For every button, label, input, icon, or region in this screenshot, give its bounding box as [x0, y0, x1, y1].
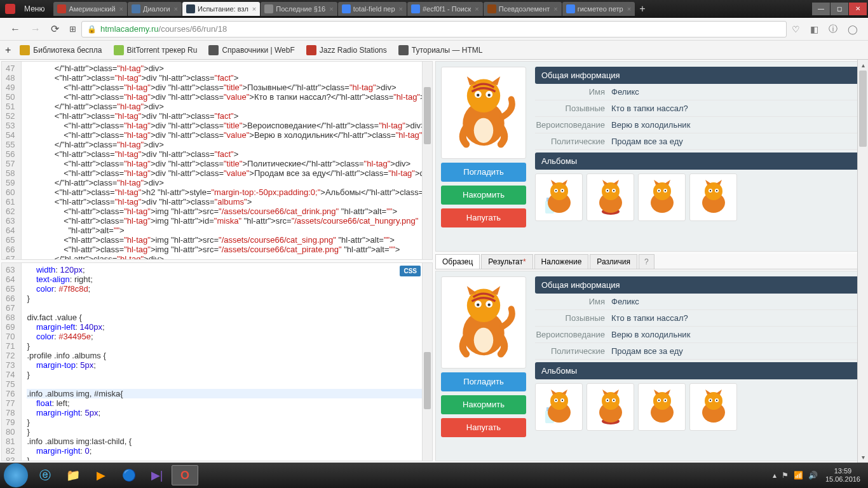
taskbar-opera-icon[interactable]: O — [172, 465, 198, 485]
scare-button[interactable]: Напугать — [441, 418, 526, 437]
tab-close-icon[interactable]: × — [116, 5, 123, 13]
bookmark-item[interactable]: Справочники | WebF — [208, 45, 294, 55]
maximize-button[interactable]: ◻ — [831, 3, 848, 15]
tray-up-icon[interactable]: ▴ — [773, 471, 776, 480]
account-icon[interactable]: ◯ — [843, 24, 863, 34]
clock[interactable]: 13:59 15.06.2016 — [825, 467, 860, 484]
css-scrollbar[interactable] — [422, 263, 432, 461]
result-preview: Погладить Накормить Напугать Общая инфор… — [435, 61, 867, 252]
browser-tab[interactable]: Испытание: взл× — [182, 2, 260, 16]
browser-tab[interactable]: Последние §16× — [261, 2, 337, 16]
browser-tab[interactable]: Псевдоэлемент× — [484, 2, 562, 16]
svg-point-47 — [550, 392, 568, 410]
extension-icon[interactable]: ◧ — [805, 24, 824, 34]
fact-row: ПозывныеКто в тапки нассал? — [535, 100, 861, 117]
tab-close-icon[interactable]: × — [170, 5, 178, 13]
back-button[interactable]: ← — [5, 24, 25, 35]
tab-result[interactable]: Результат* — [481, 254, 532, 269]
tab-close-icon[interactable]: × — [471, 5, 478, 13]
url-path: /courses/66/run/18 — [159, 24, 227, 34]
tab-close-icon[interactable]: × — [248, 5, 256, 13]
browser-tab[interactable]: гисметео петр× — [562, 2, 635, 16]
tab-sample[interactable]: Образец — [435, 254, 480, 269]
clock-time: 13:59 — [825, 467, 860, 475]
album-item[interactable] — [638, 383, 686, 431]
tab-close-icon[interactable]: × — [325, 5, 333, 13]
html-scrollbar[interactable] — [422, 62, 432, 259]
favorite-button[interactable]: ♡ — [787, 24, 805, 34]
html-editor[interactable]: 4748495051525354555657585960616263646566… — [1, 61, 433, 260]
tab-diff[interactable]: Различия — [590, 254, 637, 269]
url-domain: htmlacademy.ru — [100, 24, 159, 34]
reload-button[interactable]: ⟳ — [46, 23, 64, 35]
album-item[interactable] — [587, 383, 634, 431]
page-scrollbar[interactable]: ▴ ▾ — [857, 60, 868, 463]
opera-icon[interactable] — [5, 4, 15, 14]
scare-button[interactable]: Напугать — [441, 208, 526, 227]
bookmark-item[interactable]: Jazz Radio Stations — [306, 45, 387, 55]
tray-network-icon[interactable]: 📶 — [794, 471, 803, 480]
taskbar-ie-icon[interactable]: ⓔ — [32, 465, 58, 485]
bookmarks-bar: + Библиотека бесплаBitTorrent трекер RuС… — [0, 41, 868, 60]
album-item[interactable] — [689, 173, 737, 221]
svg-point-24 — [653, 182, 671, 200]
browser-tab[interactable]: Американский× — [53, 2, 127, 16]
tab-close-icon[interactable]: × — [395, 5, 403, 13]
bookmark-item[interactable]: Библиотека беспла — [20, 45, 102, 55]
browser-tab[interactable]: total-field пер× — [338, 2, 407, 16]
bookmark-item[interactable]: Туториалы — HTML — [398, 45, 483, 55]
url-input[interactable]: 🔒 htmlacademy.ru/courses/66/run/18 — [81, 21, 787, 37]
svg-point-41 — [477, 303, 479, 306]
albums — [535, 383, 861, 431]
bookmark-item[interactable]: BitTorrent трекер Ru — [114, 45, 198, 55]
css-badge: CSS — [400, 266, 421, 276]
minimize-button[interactable]: — — [812, 3, 830, 15]
tab-close-icon[interactable]: × — [550, 5, 557, 13]
system-tray: ▴ ⚑ 📶 🔊 13:59 15.06.2016 — [770, 467, 864, 484]
start-button[interactable] — [4, 463, 28, 487]
tab-overlay[interactable]: Наложение — [534, 254, 589, 269]
svg-point-6 — [474, 118, 494, 142]
album-item[interactable] — [587, 173, 634, 221]
fact-row: ПолитическиеПродам все за еду — [535, 133, 861, 150]
svg-point-36 — [715, 189, 717, 191]
info-icon[interactable]: ⓘ — [824, 24, 843, 35]
album-item[interactable] — [638, 173, 686, 221]
album-item[interactable] — [689, 383, 737, 431]
tab-help[interactable]: ? — [639, 254, 654, 269]
svg-point-14 — [561, 189, 562, 191]
info-header: Общая информация — [535, 67, 861, 84]
pet-button[interactable]: Погладить — [441, 163, 526, 182]
album-item[interactable] — [535, 173, 583, 221]
fact-row: ПозывныеКто в тапки нассал? — [535, 310, 861, 327]
add-bookmark-button[interactable]: + — [5, 44, 11, 56]
tray-volume-icon[interactable]: 🔊 — [808, 471, 818, 480]
svg-point-54 — [602, 392, 620, 410]
preview-tabs: Образец Результат* Наложение Различия ? — [435, 254, 867, 269]
close-button[interactable]: ✕ — [849, 3, 867, 15]
fact-row: ИмяФеликс — [535, 84, 861, 100]
taskbar-explorer-icon[interactable]: 📁 — [60, 465, 86, 485]
album-item[interactable] — [535, 383, 583, 431]
browser-tab[interactable]: #ecf0f1 - Поиск× — [407, 2, 483, 16]
taskbar-media-icon[interactable]: ▶ — [88, 465, 114, 485]
svg-point-72 — [709, 399, 710, 400]
css-editor[interactable]: CSS 636465666768697071727374757677787980… — [1, 262, 433, 461]
albums-header: Альбомы — [535, 362, 861, 379]
forward-button[interactable]: → — [25, 24, 46, 35]
feed-button[interactable]: Накормить — [441, 186, 526, 205]
browser-tab[interactable]: Диалоги× — [128, 2, 182, 16]
pet-button[interactable]: Погладить — [441, 372, 526, 391]
svg-point-21 — [613, 189, 614, 191]
svg-point-17 — [602, 182, 620, 200]
fact-row: ИмяФеликс — [535, 294, 861, 310]
new-tab-button[interactable]: + — [635, 3, 649, 15]
taskbar-player-icon[interactable]: ▶| — [144, 465, 170, 485]
feed-button[interactable]: Накормить — [441, 395, 526, 414]
tab-close-icon[interactable]: × — [623, 5, 631, 13]
tray-flag-icon[interactable]: ⚑ — [782, 471, 789, 480]
taskbar-chrome-icon[interactable]: 🔵 — [116, 465, 142, 485]
fact-row: ПолитическиеПродам все за еду — [535, 343, 861, 360]
home-button[interactable]: ⊞ — [64, 24, 81, 34]
menu-button[interactable]: Меню — [19, 3, 50, 15]
